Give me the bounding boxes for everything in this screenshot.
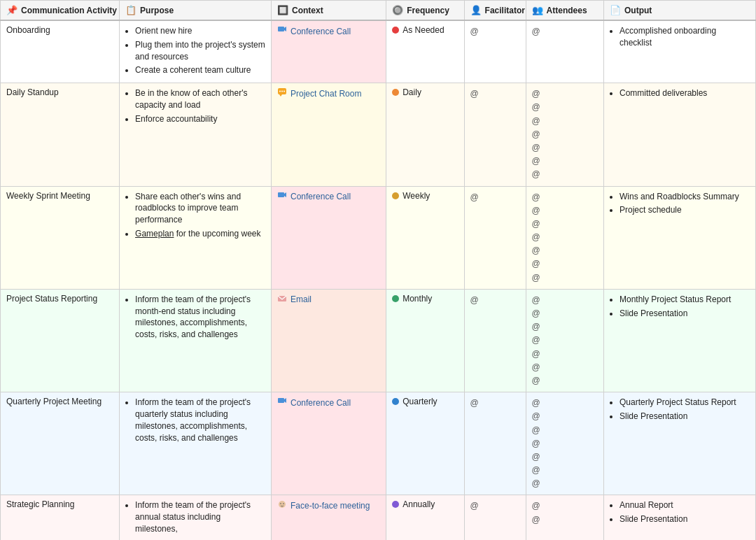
header-icon-attendees: 👥 — [532, 5, 543, 15]
output-item: Slide Presentation — [620, 308, 750, 320]
frequency-dot — [392, 295, 399, 302]
communication-table: 📌Communication Activity📋Purpose🔲Context🔘… — [0, 0, 756, 540]
table-row: Daily StandupBe in the know of each othe… — [1, 83, 756, 186]
facilitator-at: @ — [470, 87, 520, 101]
frequency-cell-onboarding: As Needed — [386, 20, 464, 83]
output-item: Committed deliverables — [620, 87, 750, 99]
purpose-cell-onboarding: Orient new hirePlug them into the projec… — [120, 20, 272, 83]
attendee-at: @ — [532, 25, 598, 38]
attendees-cell-status: @@@@@@@ — [526, 289, 603, 392]
activity-cell-status: Project Status Reporting — [1, 289, 120, 392]
context-cell-standup: Project Chat Room — [272, 83, 386, 186]
svg-marker-1 — [284, 27, 286, 31]
activity-cell-sprint: Weekly Sprint Meeting — [1, 186, 120, 289]
frequency-dot — [392, 398, 399, 405]
activity-cell-onboarding: Onboarding — [1, 20, 120, 83]
purpose-item: Orient new hire — [135, 25, 265, 37]
attendee-at: @ — [532, 397, 598, 410]
attendee-at: @ — [532, 499, 598, 513]
purpose-item: Enforce accountability — [135, 113, 265, 125]
header-frequency: 🔘Frequency — [386, 1, 464, 21]
purpose-item: Inform the team of the project's quarter… — [135, 397, 265, 443]
header-label-context: Context — [292, 6, 323, 15]
header-output: 📄Output — [603, 1, 755, 21]
context-label: Email — [290, 294, 312, 304]
context-label: Conference Call — [290, 398, 351, 408]
attendee-at: @ — [532, 320, 598, 334]
purpose-item: Plug them into the project's system and … — [135, 39, 265, 63]
table-row: Quarterly Project MeetingInform the team… — [1, 392, 756, 495]
attendee-at: @ — [532, 361, 598, 374]
header-label-activity: Communication Activity — [21, 6, 117, 15]
frequency-dot — [392, 89, 399, 96]
output-cell-quarterly: Quarterly Project Status ReportSlide Pre… — [603, 392, 755, 495]
output-item: Wins and Roadblocks Summary — [620, 191, 750, 203]
header-label-attendees: Attendees — [547, 6, 587, 15]
header-icon-frequency: 🔘 — [392, 5, 403, 15]
frequency-cell-strategic: Annually — [386, 495, 464, 540]
header-icon-output: 📄 — [610, 5, 621, 15]
purpose-cell-sprint: Share each other's wins and roadblocks t… — [120, 186, 272, 289]
svg-point-12 — [279, 501, 286, 508]
context-icon — [277, 294, 287, 306]
attendees-cell-onboarding: @ — [526, 20, 603, 83]
header-purpose: 📋Purpose — [120, 1, 272, 21]
attendee-at: @ — [532, 437, 598, 450]
attendee-at: @ — [532, 424, 598, 437]
header-label-output: Output — [624, 6, 652, 15]
context-label: Project Chat Room — [290, 89, 361, 99]
purpose-underline-text: Gameplan — [135, 229, 174, 239]
output-item: Slide Presentation — [620, 513, 750, 525]
attendee-at: @ — [532, 168, 598, 181]
header-label-frequency: Frequency — [407, 6, 449, 15]
output-cell-sprint: Wins and Roadblocks SummaryProject sched… — [603, 186, 755, 289]
header-icon-facilitator: 👤 — [470, 5, 482, 15]
facilitator-cell-onboarding: @ — [464, 20, 526, 83]
facilitator-at: @ — [470, 499, 520, 513]
facilitator-cell-standup: @ — [464, 83, 526, 186]
facilitator-cell-sprint: @ — [464, 186, 526, 289]
purpose-cell-status: Inform the team of the project's month-e… — [120, 289, 272, 392]
svg-point-3 — [279, 91, 281, 92]
activity-cell-strategic: Strategic Planning — [1, 495, 120, 540]
header-context: 🔲Context — [272, 1, 386, 21]
table-row: OnboardingOrient new hirePlug them into … — [1, 20, 756, 83]
purpose-item: Be in the know of each other's capacity … — [135, 87, 265, 111]
purpose-cell-standup: Be in the know of each other's capacity … — [120, 83, 272, 186]
facilitator-at: @ — [470, 191, 520, 204]
activity-name: Onboarding — [6, 25, 50, 35]
frequency-cell-standup: Daily — [386, 83, 464, 186]
facilitator-at: @ — [470, 25, 520, 38]
svg-marker-11 — [284, 398, 286, 403]
attendee-at: @ — [532, 218, 598, 231]
context-icon — [277, 499, 287, 511]
context-label: Conference Call — [290, 27, 351, 36]
activity-cell-standup: Daily Standup — [1, 83, 120, 186]
attendee-at: @ — [532, 128, 598, 141]
svg-rect-10 — [278, 398, 284, 403]
attendees-cell-strategic: @@ — [526, 495, 603, 540]
attendee-at: @ — [532, 334, 598, 347]
header-facilitator: 👤Facilitator — [464, 1, 526, 21]
activity-name: Strategic Planning — [6, 499, 74, 509]
facilitator-at: @ — [470, 397, 520, 410]
attendees-cell-quarterly: @@@@@@@ — [526, 392, 603, 495]
purpose-cell-quarterly: Inform the team of the project's quarter… — [120, 392, 272, 495]
attendee-at: @ — [532, 257, 598, 271]
facilitator-at: @ — [470, 294, 520, 307]
frequency-dot — [392, 501, 399, 508]
table-row: Project Status ReportingInform the team … — [1, 289, 756, 392]
header-icon-purpose: 📋 — [125, 5, 136, 15]
frequency-cell-quarterly: Quarterly — [386, 392, 464, 495]
attendee-at: @ — [532, 271, 598, 285]
frequency-cell-sprint: Weekly — [386, 186, 464, 289]
svg-marker-8 — [284, 192, 286, 197]
activity-name: Weekly Sprint Meeting — [6, 191, 90, 201]
frequency-dot — [392, 192, 399, 199]
table-row: Weekly Sprint MeetingShare each other's … — [1, 186, 756, 289]
activity-name: Daily Standup — [6, 87, 59, 97]
context-icon — [277, 87, 287, 99]
header-attendees: 👥Attendees — [526, 1, 603, 21]
output-cell-standup: Committed deliverables — [603, 83, 755, 186]
output-cell-strategic: Annual ReportSlide Presentation — [603, 495, 755, 540]
